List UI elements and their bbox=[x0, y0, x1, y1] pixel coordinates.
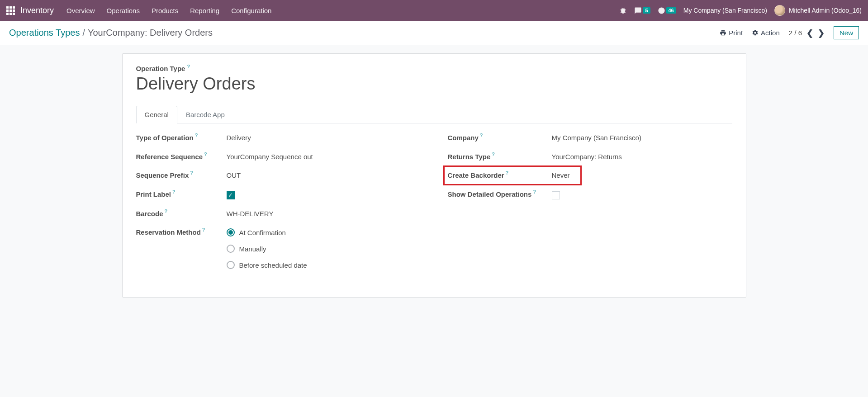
new-button[interactable]: New bbox=[834, 26, 859, 39]
field-reservation-method: Reservation Method ? At Confirmation Man… bbox=[136, 228, 421, 269]
type-of-operation-value[interactable]: Delivery bbox=[227, 133, 251, 142]
company-label: Company bbox=[448, 133, 479, 142]
returns-type-value[interactable]: YourCompany: Returns bbox=[552, 152, 622, 161]
create-backorder-label: Create Backorder bbox=[448, 171, 504, 180]
radio-at-confirmation[interactable]: At Confirmation bbox=[227, 228, 307, 236]
radio-before-scheduled-date[interactable]: Before scheduled date bbox=[227, 261, 307, 269]
menu-operations[interactable]: Operations bbox=[107, 7, 140, 14]
print-button[interactable]: Print bbox=[720, 29, 743, 37]
barcode-value[interactable]: WH-DELIVERY bbox=[227, 209, 274, 217]
chat-badge: 5 bbox=[643, 7, 650, 14]
chat-icon[interactable]: 5 bbox=[634, 7, 650, 14]
radio-label: At Confirmation bbox=[239, 229, 286, 236]
field-type-of-operation: Type of Operation ? Delivery bbox=[136, 133, 421, 142]
type-of-operation-label: Type of Operation bbox=[136, 133, 194, 142]
returns-type-label: Returns Type bbox=[448, 152, 491, 161]
form-columns: Type of Operation ? Delivery Reference S… bbox=[136, 133, 732, 279]
show-detailed-operations-label: Show Detailed Operations bbox=[448, 190, 532, 199]
show-detailed-operations-checkbox[interactable] bbox=[552, 190, 560, 201]
debug-icon[interactable] bbox=[619, 7, 627, 14]
menu-reporting[interactable]: Reporting bbox=[190, 7, 219, 14]
field-sequence-prefix: Sequence Prefix ? OUT bbox=[136, 171, 421, 180]
check-icon: ✓ bbox=[227, 191, 235, 199]
gear-icon bbox=[752, 29, 759, 36]
tabs: General Barcode App bbox=[136, 105, 732, 123]
apps-icon[interactable] bbox=[6, 6, 15, 15]
reservation-method-radios: At Confirmation Manually Before schedule… bbox=[227, 228, 307, 269]
breadcrumb-root[interactable]: Operations Types bbox=[9, 28, 80, 38]
app-name[interactable]: Inventory bbox=[20, 6, 54, 15]
pager: 2 / 6 ❮ ❯ bbox=[789, 28, 825, 38]
barcode-label: Barcode bbox=[136, 209, 163, 218]
avatar bbox=[774, 5, 785, 16]
reference-sequence-label: Reference Sequence bbox=[136, 152, 203, 161]
radio-icon bbox=[227, 245, 235, 253]
user-menu[interactable]: Mitchell Admin (Odoo_16) bbox=[774, 5, 862, 16]
control-panel-right: Print Action 2 / 6 ❮ ❯ New bbox=[720, 26, 859, 39]
field-returns-type: Returns Type ? YourCompany: Returns bbox=[448, 152, 732, 161]
action-button[interactable]: Action bbox=[752, 29, 780, 37]
print-label-checkbox[interactable]: ✓ bbox=[227, 190, 235, 199]
field-reference-sequence: Reference Sequence ? YourCompany Sequenc… bbox=[136, 152, 421, 161]
menu-products[interactable]: Products bbox=[152, 7, 178, 14]
user-name: Mitchell Admin (Odoo_16) bbox=[789, 7, 862, 14]
title-label: Operation Type bbox=[136, 65, 185, 72]
reference-sequence-value[interactable]: YourCompany Sequence out bbox=[227, 152, 313, 161]
help-icon[interactable]: ? bbox=[202, 227, 205, 232]
unchecked-icon bbox=[552, 191, 560, 199]
create-backorder-value[interactable]: Never bbox=[552, 171, 570, 179]
company-value[interactable]: My Company (San Francisco) bbox=[552, 133, 641, 142]
nav-right: 5 46 My Company (San Francisco) Mitchell… bbox=[619, 5, 862, 16]
radio-icon bbox=[227, 261, 235, 269]
breadcrumb-current: YourCompany: Delivery Orders bbox=[88, 28, 213, 38]
breadcrumb: Operations Types / YourCompany: Delivery… bbox=[9, 28, 213, 38]
menu-configuration[interactable]: Configuration bbox=[231, 7, 271, 14]
main-menu: Overview Operations Products Reporting C… bbox=[66, 7, 619, 14]
field-print-label: Print Label ? ✓ bbox=[136, 190, 421, 199]
field-create-backorder: Create Backorder ? Never bbox=[448, 171, 583, 180]
help-icon[interactable]: ? bbox=[190, 170, 193, 175]
tab-general[interactable]: General bbox=[136, 106, 177, 123]
help-icon[interactable]: ? bbox=[506, 170, 509, 175]
form-container: Operation Type ? Delivery Orders General… bbox=[0, 45, 868, 306]
radio-manually[interactable]: Manually bbox=[227, 245, 307, 253]
pager-prev-icon[interactable]: ❮ bbox=[806, 28, 813, 38]
form-sheet: Operation Type ? Delivery Orders General… bbox=[122, 53, 746, 298]
help-icon[interactable]: ? bbox=[204, 151, 207, 157]
radio-label: Before scheduled date bbox=[239, 261, 307, 269]
help-icon[interactable]: ? bbox=[195, 132, 198, 138]
field-barcode: Barcode ? WH-DELIVERY bbox=[136, 209, 421, 218]
top-nav: Inventory Overview Operations Products R… bbox=[0, 0, 868, 21]
field-show-detailed-operations: Show Detailed Operations ? bbox=[448, 190, 732, 201]
print-label: Print bbox=[729, 29, 743, 37]
page-title[interactable]: Delivery Orders bbox=[136, 74, 732, 94]
activity-icon[interactable]: 46 bbox=[658, 7, 676, 14]
action-label: Action bbox=[761, 29, 780, 37]
pager-text[interactable]: 2 / 6 bbox=[789, 29, 802, 37]
activity-badge: 46 bbox=[666, 7, 676, 14]
field-company: Company ? My Company (San Francisco) bbox=[448, 133, 732, 142]
help-icon[interactable]: ? bbox=[492, 151, 495, 157]
help-icon[interactable]: ? bbox=[533, 189, 536, 194]
pager-next-icon[interactable]: ❯ bbox=[818, 28, 825, 38]
help-icon[interactable]: ? bbox=[187, 64, 190, 69]
radio-label: Manually bbox=[239, 245, 266, 253]
right-column: Company ? My Company (San Francisco) Ret… bbox=[448, 133, 732, 279]
control-panel: Operations Types / YourCompany: Delivery… bbox=[0, 21, 868, 45]
radio-icon bbox=[227, 228, 235, 236]
help-icon[interactable]: ? bbox=[165, 208, 168, 214]
left-column: Type of Operation ? Delivery Reference S… bbox=[136, 133, 421, 279]
tab-barcode-app[interactable]: Barcode App bbox=[177, 106, 233, 123]
help-icon[interactable]: ? bbox=[172, 189, 175, 194]
company-switcher[interactable]: My Company (San Francisco) bbox=[683, 7, 767, 14]
reservation-method-label: Reservation Method bbox=[136, 228, 201, 237]
print-label-label: Print Label bbox=[136, 190, 171, 199]
breadcrumb-separator: / bbox=[82, 28, 85, 38]
sequence-prefix-value[interactable]: OUT bbox=[227, 171, 241, 179]
help-icon[interactable]: ? bbox=[480, 132, 483, 138]
sequence-prefix-label: Sequence Prefix bbox=[136, 171, 189, 180]
menu-overview[interactable]: Overview bbox=[66, 7, 95, 14]
print-icon bbox=[720, 29, 726, 36]
